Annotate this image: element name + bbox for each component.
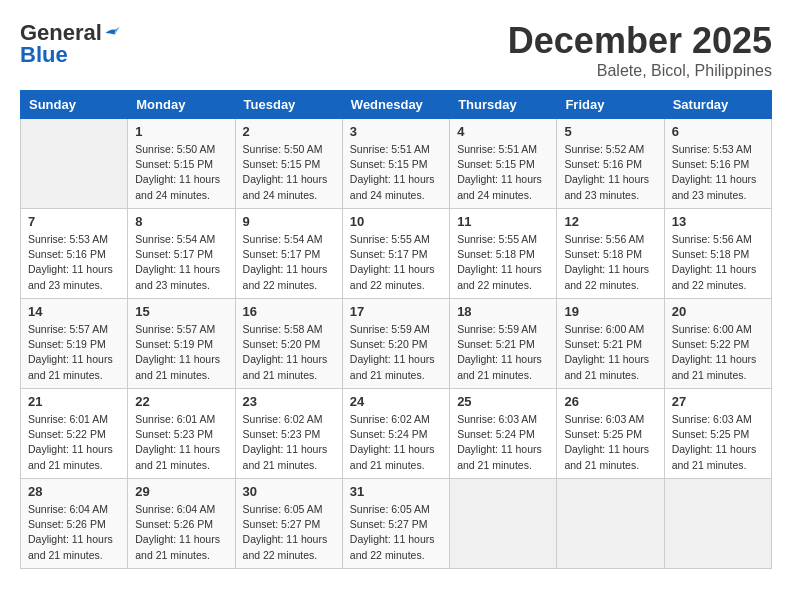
day-info: Sunrise: 5:50 AMSunset: 5:15 PMDaylight:…: [135, 142, 227, 203]
day-number: 6: [672, 124, 764, 139]
calendar-cell: 14Sunrise: 5:57 AMSunset: 5:19 PMDayligh…: [21, 299, 128, 389]
calendar-cell: 31Sunrise: 6:05 AMSunset: 5:27 PMDayligh…: [342, 479, 449, 569]
calendar-week-row: 1Sunrise: 5:50 AMSunset: 5:15 PMDaylight…: [21, 119, 772, 209]
day-info: Sunrise: 5:53 AMSunset: 5:16 PMDaylight:…: [672, 142, 764, 203]
day-info: Sunrise: 6:03 AMSunset: 5:24 PMDaylight:…: [457, 412, 549, 473]
weekday-header-monday: Monday: [128, 91, 235, 119]
day-info: Sunrise: 5:57 AMSunset: 5:19 PMDaylight:…: [28, 322, 120, 383]
weekday-header-friday: Friday: [557, 91, 664, 119]
day-info: Sunrise: 5:59 AMSunset: 5:21 PMDaylight:…: [457, 322, 549, 383]
day-number: 14: [28, 304, 120, 319]
logo: General Blue: [20, 20, 120, 68]
calendar-cell: 1Sunrise: 5:50 AMSunset: 5:15 PMDaylight…: [128, 119, 235, 209]
day-info: Sunrise: 6:00 AMSunset: 5:21 PMDaylight:…: [564, 322, 656, 383]
day-number: 9: [243, 214, 335, 229]
calendar-cell: 24Sunrise: 6:02 AMSunset: 5:24 PMDayligh…: [342, 389, 449, 479]
calendar-cell: 27Sunrise: 6:03 AMSunset: 5:25 PMDayligh…: [664, 389, 771, 479]
calendar-cell: 21Sunrise: 6:01 AMSunset: 5:22 PMDayligh…: [21, 389, 128, 479]
location-title: Balete, Bicol, Philippines: [508, 62, 772, 80]
day-info: Sunrise: 6:02 AMSunset: 5:23 PMDaylight:…: [243, 412, 335, 473]
weekday-header-row: SundayMondayTuesdayWednesdayThursdayFrid…: [21, 91, 772, 119]
day-number: 13: [672, 214, 764, 229]
calendar-cell: 23Sunrise: 6:02 AMSunset: 5:23 PMDayligh…: [235, 389, 342, 479]
calendar-cell: 3Sunrise: 5:51 AMSunset: 5:15 PMDaylight…: [342, 119, 449, 209]
weekday-header-sunday: Sunday: [21, 91, 128, 119]
day-number: 27: [672, 394, 764, 409]
calendar-cell: 20Sunrise: 6:00 AMSunset: 5:22 PMDayligh…: [664, 299, 771, 389]
day-number: 7: [28, 214, 120, 229]
calendar-cell: 5Sunrise: 5:52 AMSunset: 5:16 PMDaylight…: [557, 119, 664, 209]
calendar-week-row: 7Sunrise: 5:53 AMSunset: 5:16 PMDaylight…: [21, 209, 772, 299]
calendar-cell: 12Sunrise: 5:56 AMSunset: 5:18 PMDayligh…: [557, 209, 664, 299]
day-number: 1: [135, 124, 227, 139]
page-header: General Blue December 2025 Balete, Bicol…: [20, 20, 772, 80]
weekday-header-wednesday: Wednesday: [342, 91, 449, 119]
calendar-cell: 30Sunrise: 6:05 AMSunset: 5:27 PMDayligh…: [235, 479, 342, 569]
calendar-cell: 19Sunrise: 6:00 AMSunset: 5:21 PMDayligh…: [557, 299, 664, 389]
calendar-cell: 16Sunrise: 5:58 AMSunset: 5:20 PMDayligh…: [235, 299, 342, 389]
calendar-cell: 18Sunrise: 5:59 AMSunset: 5:21 PMDayligh…: [450, 299, 557, 389]
day-number: 2: [243, 124, 335, 139]
day-info: Sunrise: 5:58 AMSunset: 5:20 PMDaylight:…: [243, 322, 335, 383]
day-number: 19: [564, 304, 656, 319]
calendar-cell: 25Sunrise: 6:03 AMSunset: 5:24 PMDayligh…: [450, 389, 557, 479]
calendar-week-row: 21Sunrise: 6:01 AMSunset: 5:22 PMDayligh…: [21, 389, 772, 479]
calendar-week-row: 28Sunrise: 6:04 AMSunset: 5:26 PMDayligh…: [21, 479, 772, 569]
calendar-cell: 13Sunrise: 5:56 AMSunset: 5:18 PMDayligh…: [664, 209, 771, 299]
day-number: 3: [350, 124, 442, 139]
day-number: 17: [350, 304, 442, 319]
calendar-cell: [21, 119, 128, 209]
month-title: December 2025: [508, 20, 772, 62]
day-info: Sunrise: 6:04 AMSunset: 5:26 PMDaylight:…: [135, 502, 227, 563]
weekday-header-saturday: Saturday: [664, 91, 771, 119]
logo-bird-icon: [104, 26, 120, 40]
calendar-cell: [450, 479, 557, 569]
day-number: 26: [564, 394, 656, 409]
day-number: 31: [350, 484, 442, 499]
day-number: 12: [564, 214, 656, 229]
day-number: 29: [135, 484, 227, 499]
day-number: 18: [457, 304, 549, 319]
day-info: Sunrise: 6:03 AMSunset: 5:25 PMDaylight:…: [564, 412, 656, 473]
calendar-cell: 4Sunrise: 5:51 AMSunset: 5:15 PMDaylight…: [450, 119, 557, 209]
day-info: Sunrise: 6:05 AMSunset: 5:27 PMDaylight:…: [350, 502, 442, 563]
day-info: Sunrise: 6:01 AMSunset: 5:22 PMDaylight:…: [28, 412, 120, 473]
calendar-cell: 10Sunrise: 5:55 AMSunset: 5:17 PMDayligh…: [342, 209, 449, 299]
day-number: 15: [135, 304, 227, 319]
day-number: 24: [350, 394, 442, 409]
day-info: Sunrise: 5:53 AMSunset: 5:16 PMDaylight:…: [28, 232, 120, 293]
calendar-cell: 15Sunrise: 5:57 AMSunset: 5:19 PMDayligh…: [128, 299, 235, 389]
calendar-cell: 11Sunrise: 5:55 AMSunset: 5:18 PMDayligh…: [450, 209, 557, 299]
day-info: Sunrise: 6:04 AMSunset: 5:26 PMDaylight:…: [28, 502, 120, 563]
day-info: Sunrise: 5:55 AMSunset: 5:17 PMDaylight:…: [350, 232, 442, 293]
logo-blue: Blue: [20, 42, 68, 68]
day-info: Sunrise: 5:54 AMSunset: 5:17 PMDaylight:…: [135, 232, 227, 293]
day-info: Sunrise: 5:54 AMSunset: 5:17 PMDaylight:…: [243, 232, 335, 293]
calendar-cell: [664, 479, 771, 569]
day-info: Sunrise: 5:56 AMSunset: 5:18 PMDaylight:…: [672, 232, 764, 293]
calendar-cell: 17Sunrise: 5:59 AMSunset: 5:20 PMDayligh…: [342, 299, 449, 389]
day-number: 28: [28, 484, 120, 499]
day-info: Sunrise: 5:52 AMSunset: 5:16 PMDaylight:…: [564, 142, 656, 203]
calendar-cell: 6Sunrise: 5:53 AMSunset: 5:16 PMDaylight…: [664, 119, 771, 209]
day-info: Sunrise: 6:00 AMSunset: 5:22 PMDaylight:…: [672, 322, 764, 383]
calendar-cell: 9Sunrise: 5:54 AMSunset: 5:17 PMDaylight…: [235, 209, 342, 299]
calendar-cell: 22Sunrise: 6:01 AMSunset: 5:23 PMDayligh…: [128, 389, 235, 479]
day-info: Sunrise: 6:02 AMSunset: 5:24 PMDaylight:…: [350, 412, 442, 473]
title-block: December 2025 Balete, Bicol, Philippines: [508, 20, 772, 80]
day-number: 10: [350, 214, 442, 229]
calendar-cell: 8Sunrise: 5:54 AMSunset: 5:17 PMDaylight…: [128, 209, 235, 299]
day-number: 8: [135, 214, 227, 229]
day-info: Sunrise: 5:51 AMSunset: 5:15 PMDaylight:…: [350, 142, 442, 203]
day-info: Sunrise: 6:01 AMSunset: 5:23 PMDaylight:…: [135, 412, 227, 473]
day-number: 22: [135, 394, 227, 409]
day-number: 23: [243, 394, 335, 409]
calendar-cell: 26Sunrise: 6:03 AMSunset: 5:25 PMDayligh…: [557, 389, 664, 479]
calendar-table: SundayMondayTuesdayWednesdayThursdayFrid…: [20, 90, 772, 569]
calendar-cell: 2Sunrise: 5:50 AMSunset: 5:15 PMDaylight…: [235, 119, 342, 209]
day-number: 25: [457, 394, 549, 409]
day-number: 30: [243, 484, 335, 499]
day-number: 16: [243, 304, 335, 319]
calendar-cell: 7Sunrise: 5:53 AMSunset: 5:16 PMDaylight…: [21, 209, 128, 299]
day-number: 20: [672, 304, 764, 319]
